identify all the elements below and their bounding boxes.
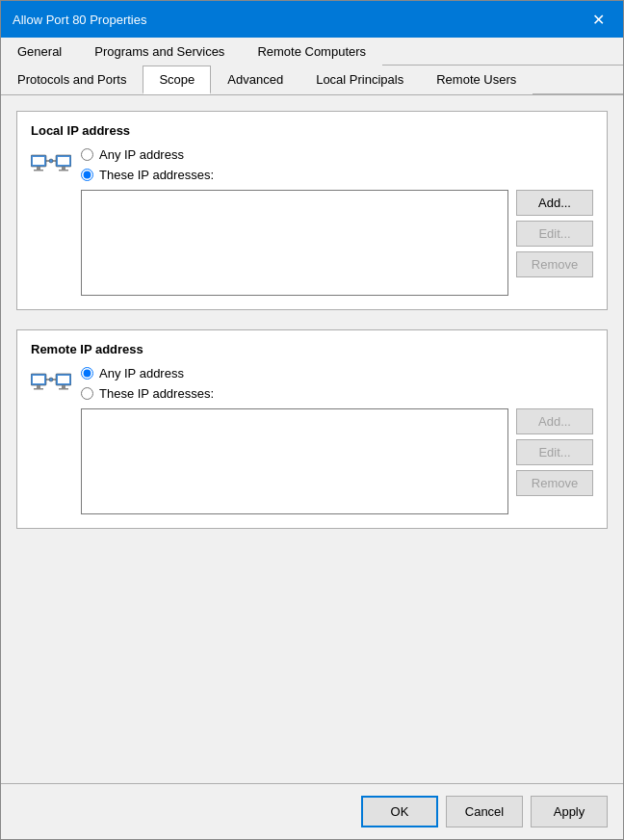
tab-programs[interactable]: Programs and Services [78,38,241,66]
remote-ip-controls: Add... Edit... Remove [81,408,593,514]
remote-add-button[interactable]: Add... [516,408,593,434]
main-window: Allow Port 80 Properties ✕ General Progr… [0,0,624,840]
svg-rect-6 [62,167,65,170]
local-these-ip-row: These IP addresses: [81,168,593,182]
cancel-button[interactable]: Cancel [446,796,523,827]
svg-rect-17 [59,388,68,390]
close-button[interactable]: ✕ [585,6,611,33]
tab-general[interactable]: General [1,38,78,66]
svg-rect-5 [58,157,69,165]
remote-remove-button[interactable]: Remove [516,470,593,496]
bottom-bar: OK Cancel Apply [1,783,623,839]
local-edit-button[interactable]: Edit... [516,221,593,247]
tab-scope[interactable]: Scope [143,66,211,94]
tab-remote-users[interactable]: Remote Users [420,66,533,94]
local-any-ip-row: Any IP address [81,147,593,162]
remote-ip-side-buttons: Add... Edit... Remove [516,408,593,514]
local-ip-icon [31,147,71,187]
tab-remote-computers[interactable]: Remote Computers [241,38,382,66]
local-ip-controls: Add... Edit... Remove [81,190,593,296]
window-title: Allow Port 80 Properties [13,13,146,27]
content-area: Local IP address [1,95,623,783]
svg-rect-13 [34,388,43,390]
local-these-ip-radio[interactable] [81,169,93,181]
svg-rect-1 [33,157,44,165]
tab-local-principals[interactable]: Local Principals [299,66,420,94]
svg-rect-2 [37,167,40,170]
remote-any-ip-label: Any IP address [99,366,184,381]
remote-edit-button[interactable]: Edit... [516,439,593,465]
remote-ip-listbox[interactable] [81,408,508,514]
remote-any-ip-row: Any IP address [81,366,593,381]
svg-point-19 [49,378,53,381]
remote-ip-section: Remote IP address [16,329,608,529]
local-remove-button[interactable]: Remove [516,251,593,277]
local-ip-title: Local IP address [31,123,593,138]
svg-rect-15 [58,376,69,383]
tab-row-1: General Programs and Services Remote Com… [1,38,623,66]
ok-button[interactable]: OK [361,796,438,827]
remote-ip-title: Remote IP address [31,342,593,356]
tab-protocols[interactable]: Protocols and Ports [1,66,143,94]
local-add-button[interactable]: Add... [516,190,593,216]
remote-these-ip-label: These IP addresses: [99,386,214,401]
remote-any-ip-radio[interactable] [81,367,93,380]
svg-point-9 [49,159,53,163]
remote-these-ip-row: These IP addresses: [81,386,593,401]
tab-row-2: Protocols and Ports Scope Advanced Local… [1,66,623,95]
remote-these-ip-radio[interactable] [81,387,93,400]
local-ip-section: Local IP address [16,111,608,310]
remote-computer-network-icon [31,366,71,403]
computer-network-icon [31,147,71,184]
svg-rect-3 [34,170,43,171]
tab-advanced[interactable]: Advanced [211,66,299,94]
local-ip-side-buttons: Add... Edit... Remove [516,190,593,296]
local-ip-listbox[interactable] [81,190,508,296]
svg-rect-12 [37,385,40,388]
apply-button[interactable]: Apply [531,796,608,827]
svg-rect-11 [33,376,44,383]
svg-rect-7 [59,170,68,171]
local-these-ip-label: These IP addresses: [99,168,214,182]
title-bar: Allow Port 80 Properties ✕ [1,1,623,38]
svg-rect-16 [62,385,65,388]
local-any-ip-label: Any IP address [99,147,184,162]
local-any-ip-radio[interactable] [81,148,93,161]
remote-ip-icon [31,366,71,406]
